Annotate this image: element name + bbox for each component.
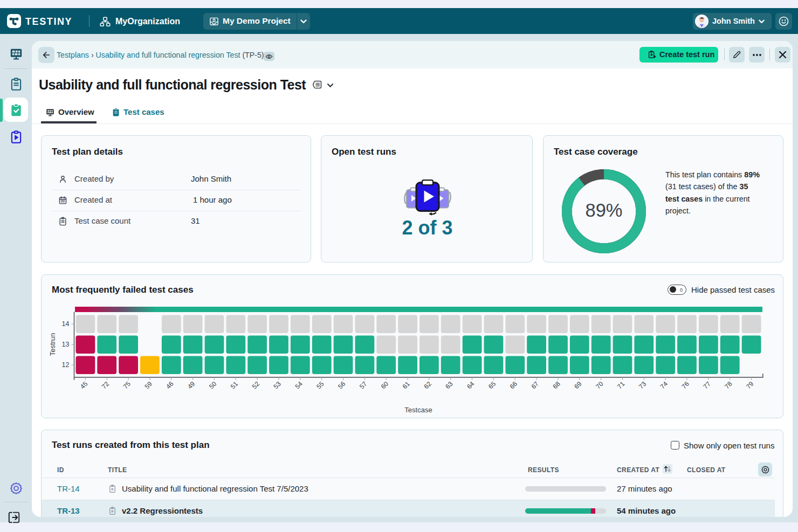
svg-text:78: 78 [723,380,734,391]
svg-text:77: 77 [701,380,712,391]
svg-text:74: 74 [659,380,670,391]
svg-text:79: 79 [745,380,755,391]
svg-text:52: 52 [251,380,262,391]
svg-text:68: 68 [551,380,562,391]
svg-text:45: 45 [79,380,90,391]
svg-text:67: 67 [530,380,541,391]
svg-text:72: 72 [100,380,111,391]
svg-text:75: 75 [122,380,133,391]
svg-text:70: 70 [594,380,605,391]
svg-text:57: 57 [358,380,369,391]
svg-text:76: 76 [680,380,691,391]
svg-text:73: 73 [637,380,648,391]
svg-text:56: 56 [336,380,347,391]
svg-text:53: 53 [272,380,283,391]
svg-text:Testcase: Testcase [404,406,432,414]
svg-text:71: 71 [616,380,627,391]
svg-text:59: 59 [143,380,154,391]
svg-text:51: 51 [229,380,240,391]
svg-text:50: 50 [208,380,218,391]
svg-text:46: 46 [164,380,175,391]
svg-text:Testrun: Testrun [49,333,57,356]
svg-text:60: 60 [380,380,390,391]
svg-text:14: 14 [62,320,70,328]
svg-text:63: 63 [444,380,455,391]
svg-text:54: 54 [293,380,304,391]
svg-text:66: 66 [508,380,519,391]
svg-text:69: 69 [573,380,583,391]
svg-text:49: 49 [186,380,197,391]
svg-text:61: 61 [401,380,412,391]
svg-text:65: 65 [487,380,498,391]
svg-text:64: 64 [465,380,476,391]
svg-text:12: 12 [62,361,70,369]
svg-text:89%: 89% [585,200,622,220]
svg-text:62: 62 [422,380,433,391]
svg-text:55: 55 [315,380,326,391]
svg-text:13: 13 [62,341,70,348]
